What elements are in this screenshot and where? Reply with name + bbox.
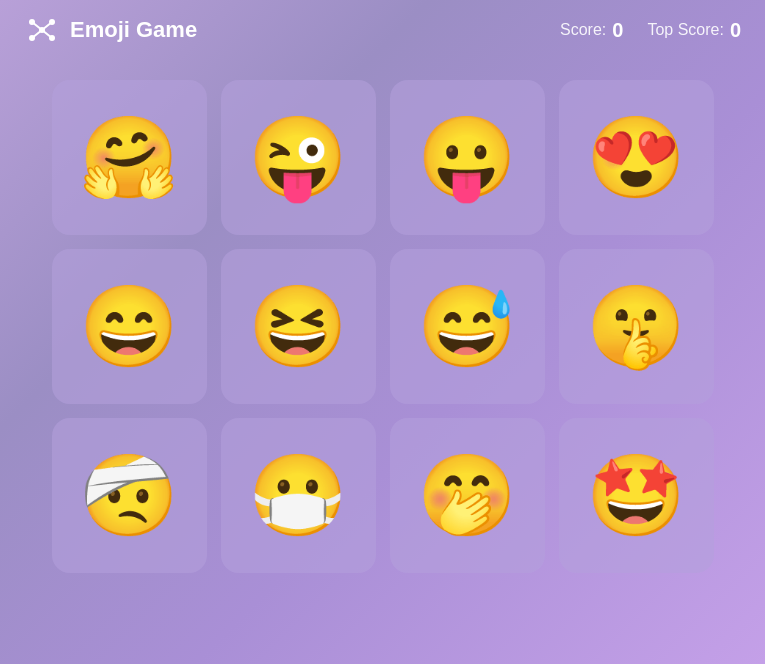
emoji-card-grinning-face[interactable]: 😄 (52, 249, 207, 404)
app-title: Emoji Game (70, 17, 197, 43)
emoji-card-face-with-tongue[interactable]: 😛 (390, 80, 545, 235)
emoji-symbol-heart-eyes-face: 😍 (586, 118, 686, 198)
top-score-label: Top Score: (647, 21, 723, 39)
logo-icon (24, 12, 60, 48)
emoji-symbol-hugging-face: 🤗 (79, 118, 179, 198)
emoji-card-winking-face-with-tongue[interactable]: 😜 (221, 80, 376, 235)
emoji-grid: 🤗😜😛😍😄😆😅🤫🤕😷🤭🤩 (0, 60, 765, 593)
score-label: Score: (560, 21, 606, 39)
score-value: 0 (612, 19, 623, 42)
emoji-symbol-mask-face: 😷 (248, 456, 348, 536)
emoji-card-injured-face[interactable]: 🤕 (52, 418, 207, 573)
emoji-card-star-struck-face[interactable]: 🤩 (559, 418, 714, 573)
top-score-value: 0 (730, 19, 741, 42)
emoji-symbol-face-with-tongue: 😛 (417, 118, 517, 198)
emoji-card-sweat-smile-face[interactable]: 😅 (390, 249, 545, 404)
emoji-card-laughing-face[interactable]: 😆 (221, 249, 376, 404)
emoji-card-heart-eyes-face[interactable]: 😍 (559, 80, 714, 235)
emoji-symbol-laughing-face: 😆 (248, 287, 348, 367)
emoji-symbol-sweat-smile-face: 😅 (417, 287, 517, 367)
score-area: Score: 0 Top Score: 0 (560, 19, 741, 42)
score-item: Score: 0 (560, 19, 623, 42)
emoji-symbol-injured-face: 🤕 (79, 456, 179, 536)
emoji-card-mask-face[interactable]: 😷 (221, 418, 376, 573)
emoji-symbol-hand-over-mouth-face: 🤭 (417, 456, 517, 536)
logo-area: Emoji Game (24, 12, 197, 48)
top-score-item: Top Score: 0 (647, 19, 741, 42)
emoji-card-shushing-face[interactable]: 🤫 (559, 249, 714, 404)
emoji-card-hugging-face[interactable]: 🤗 (52, 80, 207, 235)
svg-line-5 (32, 22, 42, 30)
emoji-symbol-star-struck-face: 🤩 (586, 456, 686, 536)
svg-line-6 (42, 22, 52, 30)
app-header: Emoji Game Score: 0 Top Score: 0 (0, 0, 765, 60)
emoji-symbol-winking-face-with-tongue: 😜 (248, 118, 348, 198)
emoji-card-hand-over-mouth-face[interactable]: 🤭 (390, 418, 545, 573)
emoji-symbol-shushing-face: 🤫 (586, 287, 686, 367)
svg-line-7 (32, 30, 42, 38)
emoji-symbol-grinning-face: 😄 (79, 287, 179, 367)
svg-line-8 (42, 30, 52, 38)
